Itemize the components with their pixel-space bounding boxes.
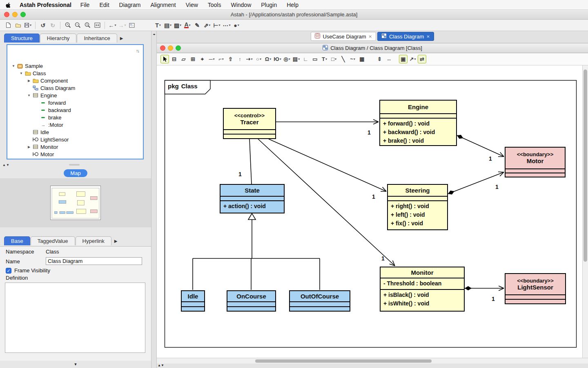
window-titlebar[interactable]: Astah - [/Applications/astah professiona…	[0, 10, 588, 20]
splitter-arrows-icon[interactable]: ▲▼	[2, 163, 10, 167]
usecase-tool[interactable]: Ω▾	[264, 55, 272, 63]
rect-tool[interactable]: □▾	[330, 55, 338, 63]
class-engine[interactable]: Engine+ forward() : void+ backward() : v…	[379, 100, 457, 146]
tab-overflow[interactable]: ▶	[120, 36, 123, 40]
line-jump-tool[interactable]: ⇄	[418, 55, 426, 63]
menu-plugin[interactable]: Plugin	[261, 2, 277, 8]
image-tool[interactable]: ▦	[358, 55, 366, 63]
class-idle[interactable]: Idle	[181, 290, 205, 312]
class-steering[interactable]: Steering+ right() : void+ left() : void+…	[387, 184, 448, 230]
font-color-button[interactable]: A▾	[183, 21, 192, 30]
map-overview-button[interactable]	[127, 21, 136, 30]
apple-menu-icon[interactable]	[6, 2, 11, 8]
font-style-button[interactable]: T▾	[154, 21, 163, 30]
entity-tool[interactable]: ◎▾	[283, 55, 291, 63]
pointer-tool[interactable]	[160, 55, 169, 63]
tab-class-diagram[interactable]: Class Diagram✕	[377, 32, 434, 41]
zoom-actual-button[interactable]: 1	[83, 21, 92, 30]
tree-item-forward[interactable]: forward	[7, 99, 143, 106]
connector-style-button[interactable]: ⇗▾	[203, 21, 212, 30]
stereotype-icon-button[interactable]: ●▾	[232, 21, 241, 30]
scroll-corner-arrows[interactable]: ▲▼	[158, 364, 164, 367]
expander-closed-icon[interactable]: ▶	[26, 145, 32, 149]
pin-tool[interactable]: ⌖	[198, 55, 207, 63]
horizontal-scrollbar[interactable]	[157, 358, 588, 364]
frame-tool[interactable]: ⊞	[189, 55, 197, 63]
realization-tool[interactable]: ↑	[236, 55, 244, 63]
divider-arrows-icon[interactable]: ◂▸	[151, 33, 156, 36]
back-button[interactable]: ←▾	[108, 21, 117, 30]
curve-tool[interactable]: ~▾	[348, 55, 357, 63]
class-state[interactable]: State+ action() : void	[220, 184, 285, 213]
close-tab-icon[interactable]: ✕	[426, 34, 430, 39]
zoom-diagram-button[interactable]	[176, 45, 181, 51]
requirement-tool[interactable]: ▤▾	[292, 55, 301, 63]
tab-usecase-diagram[interactable]: UseCase Diagram✕	[311, 32, 376, 41]
class-oncourse[interactable]: OnCourse	[227, 290, 276, 312]
diagram-canvas[interactable]: pkgClass 1111111<<control>>TracerEngine+…	[157, 65, 582, 358]
zoom-in-button[interactable]: +	[63, 21, 72, 30]
sidebar-splitter[interactable]: ▲▼	[0, 161, 151, 168]
fit-to-window-button[interactable]	[93, 21, 102, 30]
splitter-handle[interactable]	[69, 164, 80, 166]
table-format-button[interactable]: ▤▾	[163, 21, 172, 30]
undo-button[interactable]: ↺	[38, 21, 47, 30]
fill-color-button[interactable]: ▨▾	[173, 21, 182, 30]
prop-tab-base[interactable]: Base	[4, 236, 30, 245]
minimize-window-button[interactable]	[12, 12, 18, 17]
instance-tool[interactable]: ○▾	[254, 55, 263, 63]
connect-mode-tool[interactable]: ↗▾	[408, 55, 417, 63]
menu-file[interactable]: File	[80, 2, 90, 8]
tree-item-component[interactable]: ▶Component	[7, 77, 143, 84]
menu-edit[interactable]: Edit	[99, 2, 109, 8]
menu-alignment[interactable]: Alignment	[150, 2, 176, 8]
tree-item-idle[interactable]: Idle	[7, 128, 143, 136]
align-button[interactable]: ⊢▾	[212, 21, 221, 30]
containment-tool[interactable]: ⌐▾	[217, 55, 225, 63]
distribute-button[interactable]: ⋯▾	[222, 21, 231, 30]
association-tool[interactable]: ─▾	[207, 55, 216, 63]
tab-structure[interactable]: Structure	[4, 34, 40, 43]
class-monitor[interactable]: Monitor- Threshold : boolean+ isBlack() …	[380, 267, 465, 312]
prop-tab-taggedvalue[interactable]: TaggedValue	[31, 236, 75, 245]
map-thumbnail-svg[interactable]	[50, 186, 101, 220]
expander-open-icon[interactable]: ▼	[26, 94, 32, 97]
tree-item-lightsensor[interactable]: LightSensor	[7, 136, 143, 143]
sort-icon[interactable]: ↑↓	[136, 48, 139, 53]
prop-tab-overflow[interactable]: ▶	[114, 239, 118, 243]
save-button[interactable]: ▾	[23, 21, 32, 30]
expander-open-icon[interactable]: ▼	[11, 64, 16, 68]
class-lightsensor[interactable]: <<boundary>>LightSensor	[505, 273, 566, 304]
tab-hierarchy[interactable]: Hierarchy	[40, 34, 77, 43]
tree-item-engine[interactable]: ▼Engine	[7, 92, 143, 99]
pencil-button[interactable]: ✎	[193, 21, 202, 30]
forward-button[interactable]: →▾	[118, 21, 127, 30]
definition-textarea[interactable]	[5, 283, 145, 353]
redo-button[interactable]: ↻	[48, 21, 57, 30]
panel-divider[interactable]: ◂▸	[151, 31, 157, 368]
new-file-button[interactable]	[4, 21, 13, 30]
package-tool[interactable]: ▱	[179, 55, 188, 63]
menu-window[interactable]: Window	[231, 2, 251, 8]
class-tool[interactable]: ⊟	[170, 55, 178, 63]
menu-help[interactable]: Help	[287, 2, 298, 8]
expander-open-icon[interactable]: ▼	[18, 72, 24, 75]
zoom-out-button[interactable]: −	[73, 21, 82, 30]
tree-item-sample[interactable]: ▼Sample	[7, 62, 143, 70]
class-motor[interactable]: <<boundary>>Motor	[505, 147, 566, 177]
note-tool[interactable]: ▭	[311, 55, 319, 63]
grid-mode-tool[interactable]: ▣	[399, 55, 408, 63]
menu-tools[interactable]: Tools	[208, 2, 221, 8]
line-tool[interactable]: ╲	[339, 55, 347, 63]
expander-closed-icon[interactable]: ▶	[26, 79, 32, 83]
sidebar-collapse-arrow[interactable]: ▼	[0, 361, 151, 368]
tree-item-class[interactable]: ▼Class	[7, 70, 143, 77]
tree-item-monitor[interactable]: ▶Monitor	[7, 143, 143, 150]
tab-inheritance[interactable]: Inheritance	[77, 34, 117, 43]
tree-item-brake[interactable]: brake	[7, 114, 143, 121]
zoom-window-button[interactable]	[20, 12, 26, 17]
class-outofcourse[interactable]: OutOfCourse	[289, 290, 350, 312]
menu-diagram[interactable]: Diagram	[119, 2, 141, 8]
class-tracer[interactable]: <<control>>Tracer	[223, 108, 276, 139]
align-horizontal-tool[interactable]: ↔	[385, 55, 393, 63]
